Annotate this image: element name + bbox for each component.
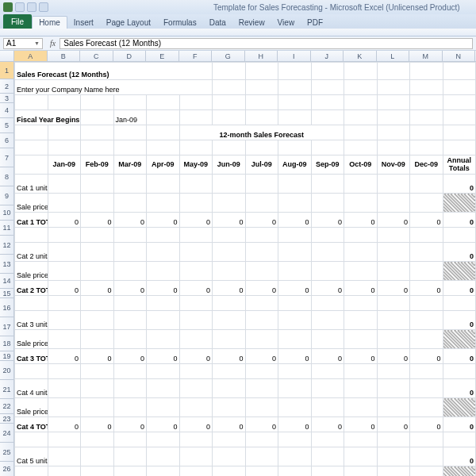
cell-cat2-price-m1[interactable] bbox=[81, 262, 114, 281]
cell-cat2-price-m10[interactable] bbox=[377, 262, 410, 281]
cell-cat3-units-m11[interactable] bbox=[410, 311, 443, 330]
cell-cat3-price-m5[interactable] bbox=[213, 330, 246, 349]
cell-cat2-units-m9[interactable] bbox=[344, 243, 378, 262]
cell-cat4-price-m0[interactable] bbox=[48, 398, 81, 417]
cell-cat2-price-m5[interactable] bbox=[213, 262, 246, 281]
cell-cat2-units-m1[interactable] bbox=[81, 243, 114, 262]
row-header-8[interactable]: 8 bbox=[0, 167, 13, 186]
cell-cat1-price-m7[interactable] bbox=[278, 194, 312, 213]
cell-cat4-units-m2[interactable] bbox=[113, 379, 147, 398]
col-header-A[interactable]: A bbox=[14, 51, 48, 61]
cell-cat1-price-m1[interactable] bbox=[81, 194, 114, 213]
cell-cat5-units-m2[interactable] bbox=[113, 447, 147, 466]
col-header-C[interactable]: C bbox=[80, 51, 113, 61]
cell-cat5-units-m7[interactable] bbox=[278, 447, 312, 466]
tab-formulas[interactable]: Formulas bbox=[157, 16, 203, 29]
cell-cat1-price-m10[interactable] bbox=[377, 194, 410, 213]
cell-cat1-price-m0[interactable] bbox=[48, 194, 81, 213]
cell-cat2-units-m6[interactable] bbox=[245, 243, 278, 262]
cell-cat3-price-m6[interactable] bbox=[245, 330, 278, 349]
cell-cat4-units-m9[interactable] bbox=[344, 379, 378, 398]
cell-cat1-price-m9[interactable] bbox=[344, 194, 378, 213]
cell-cat4-price-m2[interactable] bbox=[113, 398, 147, 417]
cell-cat3-units-m0[interactable] bbox=[48, 311, 81, 330]
cell-cat5-price-m4[interactable] bbox=[179, 466, 213, 477]
cell-cat2-units-m2[interactable] bbox=[113, 243, 147, 262]
cell-cat3-units-m6[interactable] bbox=[245, 311, 278, 330]
cell-cat5-price-m10[interactable] bbox=[377, 466, 410, 477]
cell-cat4-price-m11[interactable] bbox=[410, 398, 443, 417]
cell-cat4-price-m3[interactable] bbox=[147, 398, 180, 417]
cell-cat4-units-m11[interactable] bbox=[410, 379, 443, 398]
name-box[interactable]: A1 ▼ bbox=[3, 38, 43, 49]
cell-cat1-units-m0[interactable] bbox=[48, 175, 81, 194]
tab-insert[interactable]: Insert bbox=[67, 16, 100, 29]
tab-review[interactable]: Review bbox=[232, 16, 271, 29]
cell-cat1-units-m5[interactable] bbox=[213, 175, 246, 194]
cell-cat1-price-m4[interactable] bbox=[179, 194, 213, 213]
row-header-15[interactable]: 15 bbox=[0, 289, 13, 298]
cell-cat1-price-m8[interactable] bbox=[311, 194, 344, 213]
col-header-N[interactable]: N bbox=[443, 51, 476, 61]
cell-cat5-price-m7[interactable] bbox=[278, 466, 312, 477]
cell-cat5-price-m0[interactable] bbox=[48, 466, 81, 477]
cell-cat2-price-m2[interactable] bbox=[113, 262, 147, 281]
cell-cat3-units-m10[interactable] bbox=[377, 311, 410, 330]
cell-cat3-price-m7[interactable] bbox=[278, 330, 312, 349]
cell-cat3-price-m4[interactable] bbox=[179, 330, 213, 349]
row-header-24[interactable]: 24 bbox=[0, 424, 13, 443]
cell-cat4-price-m5[interactable] bbox=[213, 398, 246, 417]
cell-cat5-price-m2[interactable] bbox=[113, 466, 147, 477]
cell-cat2-price-m7[interactable] bbox=[278, 262, 312, 281]
row-header-20[interactable]: 20 bbox=[0, 361, 13, 380]
tab-view[interactable]: View bbox=[271, 16, 301, 29]
cell-cat1-price-m11[interactable] bbox=[410, 194, 443, 213]
cell-cat4-units-m6[interactable] bbox=[245, 379, 278, 398]
col-header-J[interactable]: J bbox=[311, 51, 344, 61]
row-header-16[interactable]: 16 bbox=[0, 298, 13, 317]
cell-cat3-units-m1[interactable] bbox=[81, 311, 114, 330]
row-header-2[interactable]: 2 bbox=[0, 79, 13, 94]
row-header-1[interactable]: 1 bbox=[0, 62, 13, 79]
cell-cat1-units-m8[interactable] bbox=[311, 175, 344, 194]
tab-file[interactable]: File bbox=[3, 14, 32, 29]
cell-cat4-units-m0[interactable] bbox=[48, 379, 81, 398]
cell-cat4-units-m4[interactable] bbox=[179, 379, 213, 398]
cell-cat3-price-m8[interactable] bbox=[311, 330, 344, 349]
cell-cat3-price-m2[interactable] bbox=[113, 330, 147, 349]
cell-cat5-price-m9[interactable] bbox=[344, 466, 378, 477]
row-header-25[interactable]: 25 bbox=[0, 443, 13, 462]
chevron-down-icon[interactable]: ▼ bbox=[34, 40, 40, 46]
row-header-22[interactable]: 22 bbox=[0, 399, 13, 414]
cell-cat5-units-m10[interactable] bbox=[377, 447, 410, 466]
row-header-7[interactable]: 7 bbox=[0, 148, 13, 167]
cell-cat4-price-m9[interactable] bbox=[344, 398, 378, 417]
redo-icon[interactable] bbox=[39, 2, 48, 12]
cell-cat1-units-m11[interactable] bbox=[410, 175, 443, 194]
cell-cat4-units-m5[interactable] bbox=[213, 379, 246, 398]
cell-cat2-price-m3[interactable] bbox=[147, 262, 180, 281]
cell-cat1-price-m6[interactable] bbox=[245, 194, 278, 213]
cell-cat1-units-m1[interactable] bbox=[81, 175, 114, 194]
cell-cat2-price-m4[interactable] bbox=[179, 262, 213, 281]
cell-cat1-units-m4[interactable] bbox=[179, 175, 213, 194]
cell-cat3-units-m5[interactable] bbox=[213, 311, 246, 330]
col-header-B[interactable]: B bbox=[48, 51, 81, 61]
cell-cat3-price-m9[interactable] bbox=[344, 330, 378, 349]
cell-cat1-units-m7[interactable] bbox=[278, 175, 312, 194]
row-header-3[interactable]: 3 bbox=[0, 94, 13, 103]
tab-page-layout[interactable]: Page Layout bbox=[100, 16, 157, 29]
cell-cat5-price-m1[interactable] bbox=[81, 466, 114, 477]
col-header-G[interactable]: G bbox=[212, 51, 245, 61]
cell-cat4-units-m3[interactable] bbox=[147, 379, 180, 398]
cell-cat3-price-m10[interactable] bbox=[377, 330, 410, 349]
row-header-6[interactable]: 6 bbox=[0, 133, 13, 148]
row-header-18[interactable]: 18 bbox=[0, 336, 13, 351]
cell-cat1-units-m3[interactable] bbox=[147, 175, 180, 194]
cell-cat5-price-m11[interactable] bbox=[410, 466, 443, 477]
select-all-corner[interactable] bbox=[0, 51, 14, 61]
worksheet-grid[interactable]: Sales Forecast (12 Months)Enter your Com… bbox=[14, 62, 476, 476]
cell-cat5-units-m1[interactable] bbox=[81, 447, 114, 466]
cell-cat5-units-m9[interactable] bbox=[344, 447, 378, 466]
cell-cat4-units-m1[interactable] bbox=[81, 379, 114, 398]
